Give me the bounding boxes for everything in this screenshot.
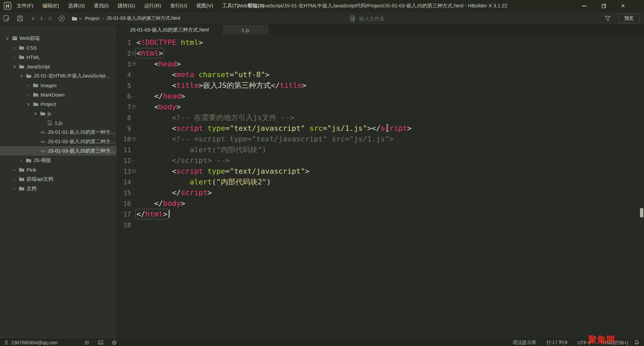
close-button[interactable]: ✕ — [621, 3, 625, 9]
chevron-right-icon[interactable]: › — [18, 158, 24, 163]
tree-item-12[interactable]: <>JS-01-03-嵌入JS的第三种方... — [0, 146, 117, 156]
file-type[interactable]: HTML(ES6+) — [601, 340, 628, 345]
code-line-7[interactable]: 7−<body> — [117, 102, 644, 112]
code-editor[interactable]: 1<!DOCTYPE html>2−<html>3−<head>4<meta c… — [117, 35, 644, 339]
editor-tab-1[interactable]: 1.js — [222, 25, 269, 35]
tree-item-2[interactable]: ›HTML — [0, 52, 117, 62]
tree-item-4[interactable]: ∨JS-01-在HTML中嵌入JavaScript... — [0, 71, 117, 80]
chevron-right-icon[interactable]: › — [11, 167, 17, 172]
tree-item-13[interactable]: ›JS-模板 — [0, 156, 117, 165]
preview-button[interactable]: 预览 — [619, 14, 639, 23]
code-line-8[interactable]: 8<!-- 在需要的地方引入js文件 --> — [117, 112, 644, 123]
chevron-down-icon[interactable]: ∨ — [11, 64, 17, 69]
code-line-12[interactable]: 12</script> --> — [117, 155, 644, 166]
forward-icon[interactable]: › — [40, 15, 43, 22]
maximize-button[interactable] — [601, 4, 606, 8]
fold-marker-icon[interactable]: − — [131, 134, 136, 145]
run-icon[interactable] — [58, 15, 65, 22]
breadcrumb-collapse[interactable]: « — [79, 15, 82, 21]
account-person-icon[interactable] — [4, 340, 9, 345]
code-line-4[interactable]: 4<meta charset="utf-8"> — [117, 69, 644, 80]
code-line-5[interactable]: 5<title>嵌入JS的第三种方式</title> — [117, 80, 644, 91]
chevron-right-icon[interactable]: › — [11, 177, 17, 182]
fold-marker-icon[interactable]: − — [131, 59, 136, 69]
code-line-9[interactable]: 9<script type="text/javascript" src="js/… — [117, 123, 644, 134]
chevron-right-icon[interactable]: › — [11, 55, 17, 60]
code-line-13[interactable]: 13−<script type="text/javascript"> — [117, 166, 644, 177]
code-line-18[interactable]: 18 — [117, 220, 644, 230]
chevron-right-icon[interactable]: › — [25, 92, 31, 97]
menu-item-view[interactable]: 视图(V) — [196, 3, 213, 9]
fold-marker-icon[interactable]: − — [131, 102, 136, 112]
back-icon[interactable]: ‹ — [32, 15, 34, 22]
tree-item-11[interactable]: <>JS-01-02-嵌入JS的第二种方... — [0, 137, 117, 146]
menu-item-edit[interactable]: 编辑(E) — [42, 3, 59, 9]
cursor-position[interactable]: 行:17 列:8 — [546, 340, 567, 346]
menu-item-help[interactable]: 帮助(Y) — [248, 3, 264, 9]
tree-item-1[interactable]: ›CSS — [0, 43, 117, 52]
new-file-icon[interactable] — [3, 15, 10, 21]
chevron-right-icon[interactable]: › — [25, 83, 31, 88]
tree-item-3[interactable]: ∨JavaScript — [0, 62, 117, 71]
chevron-down-icon[interactable]: ∨ — [33, 111, 39, 116]
code-line-17[interactable]: 17</html> — [117, 209, 644, 220]
filter-funnel-icon[interactable] — [605, 16, 610, 21]
fold-marker-icon[interactable]: − — [131, 166, 136, 177]
save-icon[interactable] — [17, 15, 23, 21]
scrollbar-caret-mark[interactable] — [640, 208, 643, 217]
code-line-text: </script> — [136, 187, 644, 198]
tree-item-6[interactable]: ›MarkDown — [0, 90, 117, 99]
tree-item-10[interactable]: <>JS-01-01-嵌入JS的第一种方... — [0, 127, 117, 137]
fold-end-icon — [131, 91, 136, 102]
tree-item-5[interactable]: ›images — [0, 80, 117, 90]
menu-item-goto[interactable]: 跳转(G) — [118, 3, 135, 9]
code-line-text: <body> — [136, 102, 644, 112]
list-icon[interactable] — [84, 341, 89, 345]
tree-item-16[interactable]: ›文档 — [0, 184, 117, 193]
tree-item-7[interactable]: ∨Project — [0, 99, 117, 109]
menu-item-run[interactable]: 运行(R) — [144, 3, 161, 9]
tree-item-14[interactable]: ›Pink — [0, 165, 117, 174]
menu-item-file[interactable]: 文件(F) — [17, 3, 33, 9]
breadcrumb-project[interactable]: Project — [85, 16, 100, 21]
fold-marker-icon[interactable]: − — [131, 48, 136, 59]
chevron-down-icon[interactable]: ∨ — [25, 102, 31, 107]
chevron-right-icon[interactable]: › — [11, 186, 17, 191]
chevron-right-icon[interactable]: › — [11, 45, 17, 50]
chevron-down-icon[interactable]: ∨ — [18, 73, 24, 78]
file-search-input[interactable] — [359, 15, 432, 22]
menu-item-publish[interactable]: 发行(U) — [170, 3, 187, 9]
image-icon[interactable] — [98, 340, 103, 345]
menu-item-find[interactable]: 查找(I) — [94, 3, 109, 9]
favorite-star-icon[interactable]: ☆ — [48, 15, 53, 22]
code-line-3[interactable]: 3−<head> — [117, 59, 644, 69]
encoding[interactable]: UTF-8 — [577, 340, 591, 345]
tree-item-9[interactable]: 1.js — [0, 118, 117, 127]
code-line-6[interactable]: 6</head> — [117, 91, 644, 102]
editor-tab-0[interactable]: JS-01-03-嵌入JS的第三种方式.html — [117, 25, 222, 35]
code-line-11[interactable]: 11alert("内部代码块") — [117, 145, 644, 155]
code-line-10[interactable]: 10−<!-- <script type="text/javascript" s… — [117, 134, 644, 145]
file-search — [350, 12, 432, 25]
line-number: 10 — [117, 134, 131, 145]
globe-icon[interactable] — [112, 340, 117, 345]
notification-bell-icon[interactable] — [634, 340, 639, 345]
code-line-15[interactable]: 15</script> — [117, 187, 644, 198]
minimize-button[interactable] — [582, 6, 587, 6]
code-line-text: <!-- 在需要的地方引入js文件 --> — [136, 112, 644, 123]
breadcrumb-file[interactable]: JS-01-03-嵌入JS的第三种方式.html — [106, 15, 180, 21]
menu-item-tools[interactable]: 工具(T) — [222, 3, 239, 9]
code-line-1[interactable]: 1<!DOCTYPE html> — [117, 37, 644, 48]
line-number: 3 — [117, 59, 131, 69]
menu-item-select[interactable]: 选择(S) — [68, 3, 85, 9]
tree-item-15[interactable]: ›前端api文档 — [0, 174, 117, 184]
code-line-2[interactable]: 2−<html> — [117, 48, 644, 59]
code-line-14[interactable]: 14alert("内部代码块2") — [117, 177, 644, 187]
tree-item-8[interactable]: ∨js — [0, 109, 117, 118]
chevron-down-icon[interactable]: ∨ — [4, 36, 10, 41]
account-email[interactable]: 2387600954@qq.com — [11, 340, 58, 345]
matching-tag-highlight: <html> — [136, 49, 163, 57]
syntax-hint-library[interactable]: 语法提示库 — [513, 340, 536, 346]
code-line-16[interactable]: 16</body> — [117, 198, 644, 209]
tree-item-0[interactable]: ∨Web前端 — [0, 34, 117, 43]
